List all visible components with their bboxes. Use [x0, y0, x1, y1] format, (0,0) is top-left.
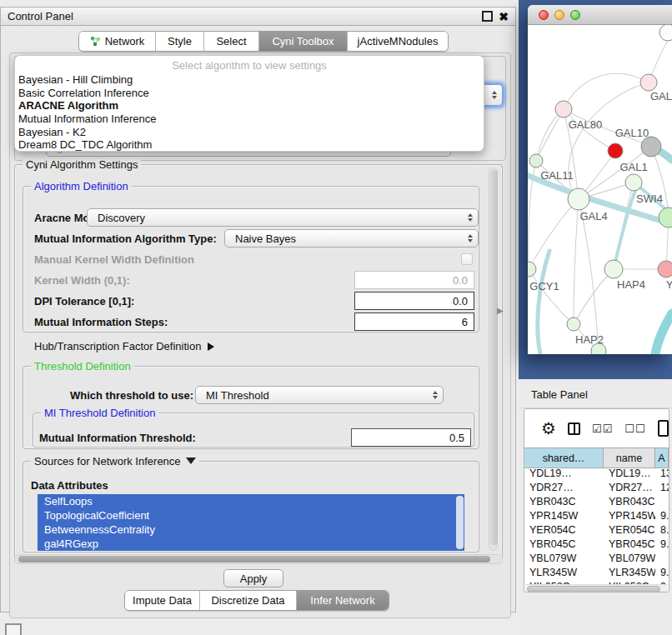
tab-discretize-data[interactable]: Discretize Data	[200, 591, 297, 610]
tab-jactivemnodules[interactable]: jActiveMNodules	[348, 32, 448, 51]
table-cell: YER054C	[524, 523, 604, 538]
float-window-icon[interactable]	[482, 11, 493, 22]
table-row[interactable]: YDL19…YDL19…13	[524, 467, 669, 481]
minimize-traffic-icon[interactable]	[554, 10, 564, 20]
attribute-item[interactable]: BetweennessCentrality	[38, 522, 464, 537]
network-edge[interactable]	[529, 269, 574, 324]
network-edge[interactable]	[529, 199, 579, 269]
algorithm-dropdown-prompt: Select algorithm to view settings	[15, 58, 484, 73]
tab-impute-data[interactable]: Impute Data	[125, 591, 200, 610]
table-row[interactable]: YPR145WYPR145W9.	[524, 509, 669, 523]
tab-label: Impute Data	[133, 594, 192, 607]
gear-icon[interactable]: ⚙	[541, 420, 556, 437]
column-header-name[interactable]: name	[604, 448, 655, 468]
tab-cyni-toolbox[interactable]: Cyni Toolbox	[259, 32, 348, 51]
apply-button[interactable]: Apply	[223, 569, 283, 588]
dpi-tolerance-input[interactable]: 0.0	[354, 292, 474, 310]
file-icon[interactable]	[658, 420, 669, 437]
table-cell	[655, 552, 669, 566]
network-edge[interactable]	[655, 313, 672, 354]
settings-hscrollbar[interactable]	[14, 554, 503, 564]
table-cell: 9.	[655, 509, 669, 523]
tab-infer-network[interactable]: Infer Network	[297, 591, 389, 610]
mi-steps-input[interactable]: 6	[354, 312, 474, 331]
table-cell: YBR043C	[604, 495, 655, 509]
attribute-item[interactable]: SelfLoops	[38, 494, 464, 508]
node-label-gcy1: GCY1	[529, 280, 559, 292]
table-row[interactable]: YBR045CYBR045C9.	[524, 538, 669, 552]
network-node-hap4[interactable]	[604, 260, 623, 278]
algorithm-option[interactable]: Mutual Information Inference	[18, 112, 484, 126]
table-cell: YER054C	[604, 523, 655, 538]
tab-style[interactable]: Style	[156, 32, 204, 51]
table-cell: YLR345W	[524, 566, 604, 580]
network-edge[interactable]	[536, 109, 564, 161]
node-label-swi4: SWI4	[636, 192, 663, 205]
algorithm-option[interactable]: ARACNE Algorithm	[18, 99, 484, 112]
mi-threshold-input[interactable]: 0.5	[351, 428, 471, 447]
table-cell: 9.	[655, 538, 669, 552]
close-icon[interactable]: ✖	[499, 12, 509, 21]
network-node-selected-node[interactable]	[608, 143, 623, 158]
node-label-gal1: GAL1	[619, 161, 647, 173]
network-edge[interactable]	[538, 251, 549, 354]
zoom-traffic-icon[interactable]	[570, 10, 580, 20]
close-traffic-icon[interactable]	[539, 10, 549, 20]
network-window: GALGAL80GAL10GAL1GAL11GAL4SWI4GCY1HAP4YH…	[528, 5, 672, 354]
network-node-gal10[interactable]	[641, 137, 661, 157]
algorithm-option[interactable]: Dream8 DC_TDC Algorithm	[18, 138, 484, 152]
settings-scrollbar[interactable]	[489, 168, 498, 551]
network-edge[interactable]	[574, 199, 579, 324]
attribute-item[interactable]: gal4RGexp	[38, 537, 464, 551]
column-header-A[interactable]: A	[655, 448, 669, 468]
which-threshold-combo[interactable]: MI Threshold	[195, 386, 444, 404]
attributes-list-scrollbar[interactable]	[456, 496, 464, 549]
table-row[interactable]: YBL079WYBL079W	[524, 552, 669, 566]
table-cell: YPR145W	[604, 509, 655, 523]
checked-columns-icon[interactable]: ☑☑	[592, 422, 613, 435]
table-hscrollbar[interactable]	[525, 584, 668, 592]
algorithm-option[interactable]: Basic Correlation Inference	[18, 87, 484, 100]
cyni-algorithm-settings-title: Cyni Algorithm Settings	[23, 158, 141, 171]
network-icon	[90, 36, 101, 47]
which-threshold-value: MI Threshold	[206, 389, 269, 402]
table-row[interactable]: YLR345WYLR345W9.	[524, 566, 669, 580]
tab-select[interactable]: Select	[204, 32, 259, 51]
network-node-swi4[interactable]	[659, 208, 672, 228]
data-attributes-list[interactable]: SelfLoopsTopologicalCoefficientBetweenne…	[38, 494, 464, 551]
aracne-mode-value: Discovery	[98, 212, 145, 224]
attribute-item[interactable]: TopologicalCoefficient	[38, 508, 464, 522]
control-panel-title: Control Panel	[8, 10, 73, 22]
unchecked-columns-icon[interactable]: ☐☐	[624, 422, 645, 435]
network-node-top-partial[interactable]	[659, 25, 672, 41]
network-node-gal4[interactable]	[568, 188, 589, 210]
network-node-gal-tr[interactable]	[640, 74, 657, 91]
column-header-shared[interactable]: shared…	[524, 448, 604, 468]
network-node-y-partial[interactable]	[658, 261, 672, 278]
network-node-hap2[interactable]	[567, 318, 580, 331]
table-row[interactable]: YBR043CYBR043C	[524, 495, 669, 509]
network-canvas[interactable]: GALGAL80GAL10GAL1GAL11GAL4SWI4GCY1HAP4YH…	[528, 25, 672, 354]
manual-kernel-checkbox[interactable]	[461, 253, 473, 265]
table-row[interactable]: YER054CYER054C8.	[524, 523, 669, 538]
mi-type-combo[interactable]: Naive Bayes	[224, 229, 479, 248]
network-node-gal1[interactable]	[625, 174, 642, 191]
hub-definition-toggle[interactable]: Hub/Transcription Factor Definition	[34, 340, 214, 352]
table-row[interactable]: YDR27…YDR27…12	[524, 481, 669, 495]
algorithm-option[interactable]: Bayesian - K2	[18, 126, 484, 139]
tab-network[interactable]: Network	[79, 32, 156, 51]
network-node-gal80[interactable]	[555, 101, 572, 118]
algorithm-dropdown-list: Bayesian - Hill ClimbingBasic Correlatio…	[15, 73, 484, 152]
aracne-mode-combo[interactable]: Discovery	[87, 208, 479, 227]
columns-icon[interactable]	[568, 422, 580, 435]
network-node-gcy1[interactable]	[528, 262, 536, 277]
kernel-width-input[interactable]: 0.0	[354, 271, 474, 289]
dock-panel-button[interactable]	[5, 623, 22, 635]
network-window-titlebar	[528, 5, 672, 25]
panel-splitter-arrow[interactable]: ▶	[497, 306, 504, 315]
sources-title[interactable]: Sources for Network Inference	[31, 455, 199, 468]
network-node-gal11[interactable]	[529, 154, 543, 168]
algorithm-option[interactable]: Bayesian - Hill Climbing	[18, 73, 484, 87]
network-edge[interactable]	[614, 191, 635, 269]
tab-label: Select	[216, 35, 246, 48]
